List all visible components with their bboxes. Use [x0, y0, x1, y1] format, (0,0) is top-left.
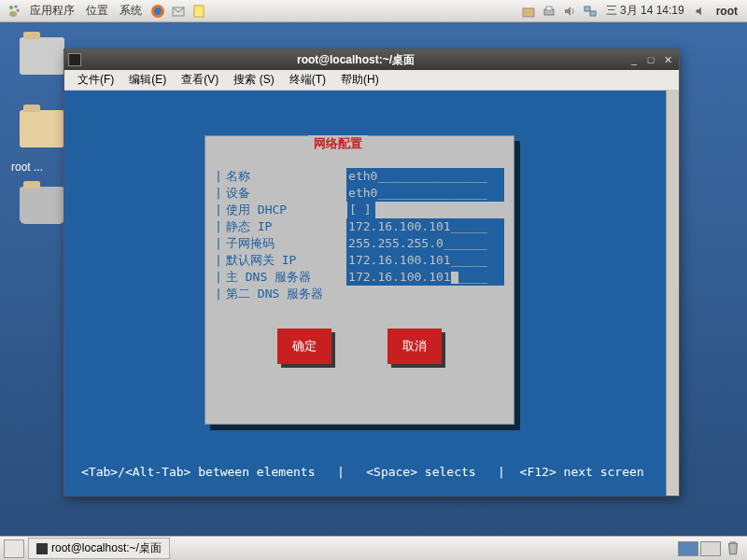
minimize-button[interactable]: _: [627, 53, 641, 66]
menu-view[interactable]: 查看(V): [174, 72, 226, 88]
menu-applications[interactable]: 应用程序: [24, 3, 80, 19]
terminal-body: 网络配置 |名称eth0_______________ |设备eth0_____…: [64, 91, 679, 496]
taskbar-item-label: root@localhost:~/桌面: [51, 540, 162, 556]
menu-terminal[interactable]: 终端(T): [282, 72, 333, 88]
label-name: 名称: [226, 168, 346, 185]
top-panel: 应用程序 位置 系统 三 3月 14 14:19 root: [0, 0, 747, 22]
maximize-button[interactable]: □: [643, 53, 658, 66]
field-netmask[interactable]: 255.255.255.0______: [346, 235, 504, 252]
terminal-icon: [36, 543, 48, 554]
speaker-icon[interactable]: [692, 3, 709, 20]
user-menu[interactable]: root: [711, 5, 743, 18]
dialog-title: 网络配置: [308, 135, 368, 152]
menu-system[interactable]: 系统: [114, 3, 148, 19]
text-cursor: [451, 272, 458, 284]
scrollbar[interactable]: [666, 91, 679, 496]
printer-icon[interactable]: [541, 3, 557, 20]
taskbar-item-terminal[interactable]: root@localhost:~/桌面: [28, 538, 170, 559]
workspace-1[interactable]: [678, 541, 698, 556]
trash-icon: [20, 187, 64, 224]
field-dhcp[interactable]: [ ]: [347, 202, 375, 218]
firefox-icon[interactable]: [149, 3, 166, 20]
terminal-window: root@localhost:~/桌面 _ □ ✕ 文件(F) 编辑(E) 查看…: [63, 49, 680, 497]
show-desktop-button[interactable]: [4, 539, 24, 558]
field-name[interactable]: eth0_______________: [346, 168, 504, 185]
terminal-menubar: 文件(F) 编辑(E) 查看(V) 搜索 (S) 终端(T) 帮助(H): [64, 70, 679, 91]
bottom-panel: root@localhost:~/桌面: [0, 536, 747, 560]
label-netmask: 子网掩码: [226, 235, 346, 252]
label-dns1: 主 DNS 服务器: [226, 269, 346, 286]
label-dhcp: 使用 DHCP: [226, 202, 347, 218]
terminal-icon: [68, 53, 81, 66]
cancel-button[interactable]: 取消: [388, 329, 442, 364]
menu-edit[interactable]: 编辑(E): [121, 72, 174, 88]
label-device: 设备: [226, 185, 346, 202]
workspace-pager[interactable]: [678, 541, 721, 556]
gnome-foot-icon: [6, 3, 22, 20]
svg-point-0: [9, 6, 13, 9]
field-device[interactable]: eth0_______________: [346, 185, 504, 202]
hint-bar: <Tab>/<Alt-Tab> between elements | <Spac…: [81, 465, 658, 479]
window-title: root@localhost:~/桌面: [87, 52, 625, 68]
close-button[interactable]: ✕: [660, 53, 675, 66]
label-gateway: 默认网关 IP: [226, 252, 346, 269]
window-titlebar[interactable]: root@localhost:~/桌面 _ □ ✕: [64, 49, 679, 70]
label-static-ip: 静态 IP: [226, 218, 346, 235]
svg-rect-13: [730, 541, 737, 543]
network-config-dialog: 网络配置 |名称eth0_______________ |设备eth0_____…: [204, 135, 514, 425]
svg-rect-7: [194, 6, 204, 17]
menu-places[interactable]: 位置: [80, 3, 114, 19]
svg-rect-12: [590, 11, 596, 16]
menu-help[interactable]: 帮助(H): [333, 72, 387, 88]
ok-button[interactable]: 确定: [277, 329, 331, 364]
svg-rect-11: [585, 7, 590, 11]
mail-icon[interactable]: [170, 3, 187, 20]
svg-point-5: [154, 7, 162, 15]
workspace-2[interactable]: [700, 541, 721, 556]
package-icon[interactable]: [520, 3, 537, 20]
desktop-home-label: root ...: [11, 161, 43, 174]
menu-file[interactable]: 文件(F): [70, 72, 121, 88]
label-dns2: 第二 DNS 服务器: [226, 286, 347, 302]
trash-applet[interactable]: [725, 539, 743, 558]
menu-search[interactable]: 搜索 (S): [226, 72, 281, 88]
notes-icon[interactable]: [190, 3, 207, 20]
svg-rect-8: [523, 8, 534, 17]
svg-rect-10: [546, 7, 552, 10]
clock[interactable]: 三 3月 14 14:19: [600, 3, 690, 19]
svg-point-2: [17, 8, 20, 11]
svg-point-1: [15, 5, 18, 7]
network-icon[interactable]: [582, 3, 599, 20]
computer-icon: [20, 37, 64, 75]
field-gateway[interactable]: 172.16.100.101_____: [346, 252, 504, 269]
volume-icon[interactable]: [561, 3, 578, 20]
folder-icon: [20, 110, 64, 147]
field-dns1[interactable]: 172.16.100.101____: [346, 269, 504, 286]
field-static-ip[interactable]: 172.16.100.101_____: [346, 218, 504, 235]
svg-point-3: [9, 11, 17, 17]
